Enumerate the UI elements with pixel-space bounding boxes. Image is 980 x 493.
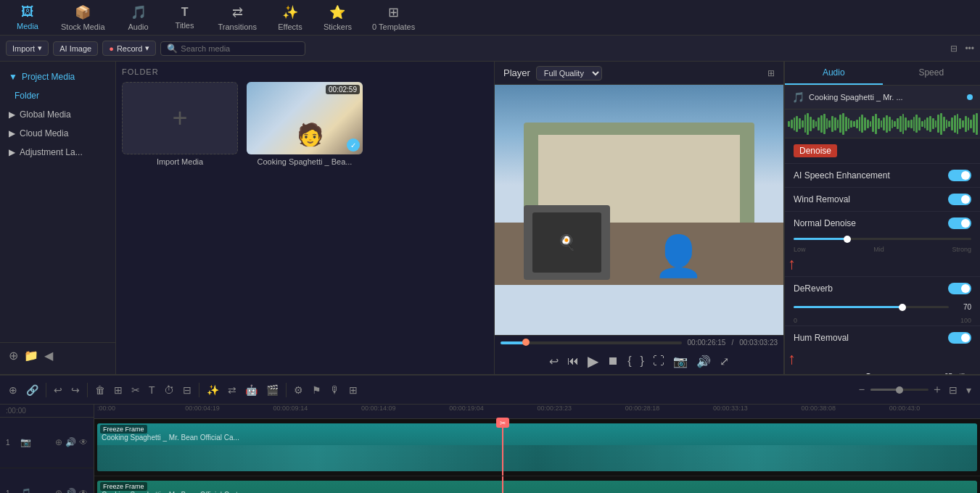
sidebar-item-cloud-media[interactable]: ▶ Cloud Media: [0, 124, 115, 143]
speed-tl-button[interactable]: ⏱: [161, 383, 177, 397]
video-add-icon[interactable]: ⊕: [55, 437, 62, 447]
grid-button[interactable]: ⊞: [346, 383, 361, 397]
record-button[interactable]: ● Record ▾: [102, 41, 156, 56]
new-folder-icon[interactable]: ⊕: [9, 349, 18, 362]
filter-icon[interactable]: ⊟: [950, 44, 958, 54]
link-button[interactable]: 🔗: [23, 383, 41, 397]
video-clip[interactable]: Freeze Frame Cooking Spaghetti _ Mr. Bea…: [97, 423, 977, 471]
markers-button[interactable]: ⚑: [309, 383, 324, 397]
import-media-card[interactable]: + Import Media: [122, 82, 238, 166]
ruler-1: 00:00:04:19: [185, 405, 220, 412]
nav-stickers[interactable]: ⭐ Stickers: [315, 1, 361, 34]
audio-mute-icon[interactable]: 🔊: [65, 488, 76, 493]
sidebar-item-project-media[interactable]: ▼ Project Media: [0, 67, 115, 86]
more-tl-button[interactable]: ⊟: [180, 383, 194, 397]
media-clip-card[interactable]: 🧑 00:02:59 ✓ Cooking Spaghetti _ Bea...: [247, 82, 363, 166]
rewind-button[interactable]: ↩: [549, 355, 559, 368]
volume-button[interactable]: 🔊: [696, 355, 711, 368]
templates-icon: ⊞: [388, 4, 399, 20]
audio-add-icon[interactable]: ⊕: [55, 488, 62, 493]
transition-tl-button[interactable]: ⇄: [225, 383, 239, 397]
effects-tl-button[interactable]: ✨: [204, 383, 222, 397]
zoom-handle[interactable]: [896, 386, 903, 394]
folder-section-label: FOLDER: [122, 67, 488, 76]
delete-button[interactable]: 🗑: [92, 383, 108, 397]
nav-audio[interactable]: 🎵 Audio: [117, 1, 160, 34]
mark-out-button[interactable]: }: [641, 355, 644, 368]
ruler-0: :00:00: [97, 405, 115, 412]
add-track-button[interactable]: ⊕: [6, 383, 20, 397]
nav-transitions[interactable]: ⇄ Transitions: [210, 1, 265, 34]
freeze-frame-label-video: Freeze Frame: [100, 425, 147, 434]
import-chevron-icon: ▾: [38, 44, 42, 53]
dereverb-toggle[interactable]: [948, 283, 971, 294]
ai-tl-button[interactable]: 🤖: [242, 383, 260, 397]
sidebar-item-adjustment[interactable]: ▶ Adjustment La...: [0, 143, 115, 162]
text-button[interactable]: T: [146, 383, 158, 397]
tab-audio[interactable]: Audio: [785, 62, 883, 85]
audio-clip-header: 🎵 Cooking Spaghetti _ Mr. ...: [785, 86, 980, 109]
audio-track-icon: 🎵: [20, 488, 31, 493]
toolbar-separator-2: [87, 383, 88, 397]
sidebar-item-global-media[interactable]: ▶ Global Media: [0, 105, 115, 124]
more-zoom-button[interactable]: ▾: [963, 383, 974, 397]
import-button[interactable]: Import ▾: [6, 41, 49, 56]
audio-hide-icon[interactable]: 👁: [79, 488, 88, 493]
sidebar-collapse-icon[interactable]: ◀: [44, 349, 53, 362]
zoom-slider[interactable]: [870, 389, 928, 391]
more-options-button[interactable]: ⤢: [720, 355, 729, 368]
ai-image-button[interactable]: AI Image: [53, 41, 98, 56]
more-icon[interactable]: •••: [965, 44, 974, 54]
ai-speech-toggle[interactable]: [948, 170, 971, 181]
stop-button[interactable]: ⏹: [607, 355, 619, 368]
grid-view-button[interactable]: ⊟: [946, 383, 960, 397]
quality-select[interactable]: Full Quality Half Quality: [536, 66, 602, 80]
record-chevron-icon: ▾: [145, 44, 149, 53]
normal-denoise-toggle[interactable]: [948, 218, 971, 229]
fullscreen-button[interactable]: ⛶: [653, 355, 664, 368]
nav-titles[interactable]: T Titles: [163, 3, 207, 33]
search-input[interactable]: [181, 44, 299, 53]
nav-stock-media[interactable]: 📦 Stock Media: [52, 1, 114, 34]
audio-clip[interactable]: Freeze Frame Cooking Spaghetti _ Mr. Bea…: [97, 481, 977, 493]
settings-tl-button[interactable]: ⚙: [291, 383, 306, 397]
video-mute-icon[interactable]: 🔊: [65, 437, 76, 447]
step-back-button[interactable]: ⏮: [567, 355, 579, 368]
hum-removal-toggle[interactable]: [948, 332, 971, 344]
ruler-4: 00:00:19:04: [449, 405, 484, 412]
nav-media[interactable]: 🖼 Media: [6, 1, 49, 33]
playhead-top: ✂: [496, 418, 509, 428]
sidebar-project-label: Project Media: [22, 72, 75, 82]
tab-speed[interactable]: Speed: [883, 62, 981, 85]
denoise-label: Denoise: [794, 144, 837, 157]
progress-bar[interactable]: [501, 341, 682, 344]
video-hide-icon[interactable]: 👁: [79, 437, 88, 447]
wind-removal-toggle[interactable]: [948, 194, 971, 205]
sidebar-item-folder[interactable]: Folder: [0, 86, 115, 105]
folder-icon[interactable]: 📁: [24, 349, 38, 362]
nav-effects[interactable]: ✨ Effects: [268, 1, 312, 34]
zoom-out-button[interactable]: －: [856, 382, 868, 397]
expand-icon[interactable]: ⊞: [767, 68, 775, 78]
clip-label: Cooking Spaghetti _ Bea...: [247, 157, 363, 166]
record-tl-button[interactable]: 🎙: [327, 383, 343, 397]
redo-button[interactable]: ↪: [68, 383, 83, 397]
progress-handle[interactable]: [522, 339, 530, 346]
main-body: ▼ Project Media Folder ▶ Global Media ▶ …: [0, 62, 980, 374]
sidebar-arrow-adjustment: ▶: [9, 147, 15, 157]
normal-denoise-slider[interactable]: [794, 238, 971, 240]
ruler-5: 00:00:23:23: [538, 405, 572, 412]
play-button[interactable]: ▶: [588, 352, 598, 370]
clip-tl-button[interactable]: 🎬: [263, 383, 281, 397]
snapshot-button[interactable]: 📷: [673, 355, 688, 368]
zoom-in-button[interactable]: ＋: [931, 382, 943, 397]
media-grid: + Import Media 🧑 00:02:59 ✓ Cooking Spag…: [122, 82, 488, 166]
mark-in-button[interactable]: {: [627, 355, 631, 368]
time-separator: /: [731, 339, 733, 347]
split-button[interactable]: ⊞: [111, 383, 125, 397]
search-icon: 🔍: [167, 44, 178, 54]
nav-templates[interactable]: ⊞ 0 Templates: [363, 1, 424, 34]
crop-button[interactable]: ✂: [128, 383, 143, 397]
undo-button[interactable]: ↩: [51, 383, 65, 397]
dereverb-slider[interactable]: [794, 306, 949, 308]
